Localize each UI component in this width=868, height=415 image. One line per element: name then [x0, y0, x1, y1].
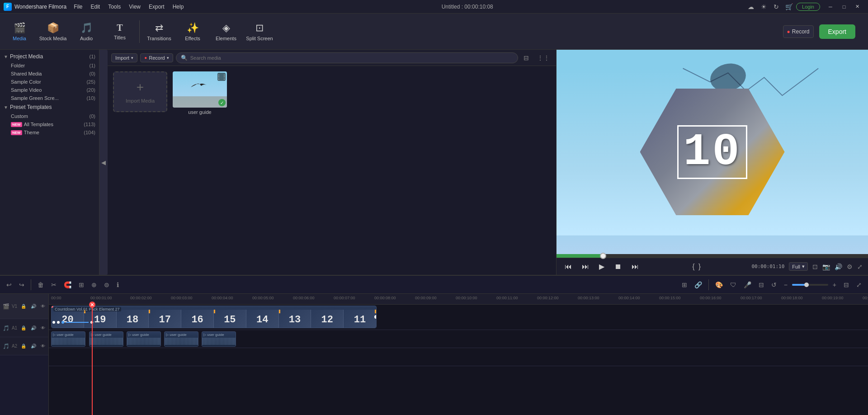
stop-button[interactable]: ⏹ — [612, 262, 624, 272]
tool-audio[interactable]: 🎵 Audio — [71, 16, 102, 47]
mosaic-button[interactable]: ⊚ — [101, 280, 112, 290]
add-track-button[interactable]: ⊞ — [679, 280, 690, 290]
link-button[interactable]: 🔗 — [692, 280, 705, 290]
tree-item-sample-color[interactable]: Sample Color (25) — [0, 78, 99, 86]
ruler-mark-11: 00:00:11:00 — [496, 296, 518, 300]
tree-item-all-templates[interactable]: NEW All Templates (113) — [0, 120, 99, 128]
tool-transitions[interactable]: ⇄ Transitions — [143, 16, 175, 47]
track-a1-lock[interactable]: 🔒 — [19, 325, 28, 331]
play-button[interactable]: ▶ — [596, 261, 607, 272]
countdown-clip[interactable]: Countdown Vol.01 Pack Element 27 20 — [51, 306, 377, 328]
preview-expand-icon[interactable]: ⤢ — [857, 263, 863, 270]
bracket-right-icon[interactable]: } — [698, 263, 701, 271]
preview-settings-icon[interactable]: ⚙ — [847, 263, 853, 270]
main-toolbar: 🎬 Media 📦 Stock Media 🎵 Audio T Titles ⇄… — [0, 14, 868, 50]
menu-edit[interactable]: Edit — [87, 3, 104, 11]
delete-button[interactable]: 🗑 — [35, 280, 47, 290]
tool-titles[interactable]: T Titles — [104, 16, 136, 47]
stamp-button[interactable]: ⊕ — [89, 280, 99, 290]
redo-button[interactable]: ↪ — [16, 280, 27, 290]
skip-forward-button[interactable]: ⏭ — [629, 262, 642, 272]
menu-help[interactable]: Help — [169, 3, 188, 11]
shield-button[interactable]: 🛡 — [727, 280, 739, 290]
bracket-left-icon[interactable]: { — [692, 263, 694, 271]
close-button[interactable]: ✕ — [851, 2, 864, 11]
track-v1-lock[interactable]: 🔒 — [19, 303, 28, 309]
guide-clip-4-wave — [165, 338, 198, 345]
tool-split-screen[interactable]: ⊡ Split Screen — [244, 16, 275, 47]
track-v1-eye[interactable]: 👁 — [39, 303, 47, 309]
sun-icon[interactable]: ☀ — [760, 3, 767, 10]
media-card-user-guide[interactable]: ⋮⋮ — [173, 71, 227, 115]
export-button[interactable]: Export — [819, 24, 855, 39]
guide-clip-3[interactable]: ▷ user guide — [127, 331, 161, 347]
color-grading-button[interactable]: 🎨 — [712, 280, 726, 290]
tool-effects[interactable]: ✨ Effects — [177, 16, 208, 47]
track-v1-mute[interactable]: 🔊 — [29, 303, 38, 309]
guide-clip-5[interactable]: ▷ user guide — [202, 331, 236, 347]
tree-header-project-media[interactable]: ▼ Project Media (1) — [0, 52, 99, 61]
refresh-icon[interactable]: ↻ — [773, 3, 780, 10]
magnet-button[interactable]: 🧲 — [61, 280, 74, 290]
tree-item-shared-media[interactable]: Shared Media (0) — [0, 70, 99, 78]
zoom-slider[interactable] — [792, 284, 828, 286]
cart-icon[interactable]: 🛒 — [785, 3, 793, 10]
playhead[interactable] — [92, 305, 93, 415]
fit-button[interactable]: ⊟ — [841, 280, 852, 290]
track-a1-eye[interactable]: 👁 — [39, 325, 47, 331]
filter-icon[interactable]: ⊟ — [521, 53, 532, 62]
menu-tools[interactable]: Tools — [104, 3, 124, 11]
record-toolbar-button[interactable]: ● Record — [783, 25, 814, 38]
skip-back-button[interactable]: ⏮ — [562, 262, 575, 272]
info-button[interactable]: ℹ — [114, 280, 122, 290]
adjust-button[interactable]: ⊞ — [76, 280, 87, 290]
cloud-icon[interactable]: ☁ — [747, 3, 755, 10]
undo-button[interactable]: ↩ — [4, 280, 14, 290]
record-button[interactable]: ● Record ▾ — [140, 53, 173, 62]
preview-speaker-icon[interactable]: 🔊 — [835, 263, 842, 270]
panel-collapse-button[interactable]: ◀ — [99, 50, 108, 275]
import-button[interactable]: Import ▾ — [111, 53, 137, 62]
menu-export[interactable]: Export — [145, 3, 168, 11]
maximize-button[interactable]: □ — [837, 2, 851, 11]
tree-item-sample-video[interactable]: Sample Video (20) — [0, 86, 99, 94]
zoom-in-icon[interactable]: + — [830, 280, 839, 290]
tree-item-custom[interactable]: Custom (0) — [0, 112, 99, 120]
preview-quality-selector[interactable]: Full ▾ — [789, 262, 808, 271]
login-button[interactable]: Login — [796, 3, 820, 11]
search-input[interactable] — [190, 55, 513, 61]
step-back-button[interactable]: ⏭ — [579, 262, 592, 272]
guide-clip-4[interactable]: ▷ user guide — [164, 331, 198, 347]
tree-item-theme[interactable]: NEW Theme (104) — [0, 128, 99, 137]
import-media-placeholder[interactable]: + Import Media — [113, 71, 167, 112]
track-a2-mute[interactable]: 🔊 — [29, 343, 38, 349]
tree-header-preset-templates[interactable]: ▼ Preset Templates — [0, 102, 99, 112]
tree-item-folder[interactable]: Folder (1) — [0, 61, 99, 70]
track-a2-eye[interactable]: 👁 — [39, 343, 47, 349]
cut-button[interactable]: ✂ — [48, 280, 59, 290]
track-label-a1: 🎵 A1 🔒 🔊 👁 — [0, 319, 48, 337]
window-controls: ─ □ ✕ — [824, 2, 864, 11]
tool-elements[interactable]: ◈ Elements — [210, 16, 242, 47]
tool-media[interactable]: 🎬 Media — [4, 16, 35, 47]
count-18: 18 — [127, 314, 138, 325]
guide-clip-2[interactable]: ▷ user guide — [89, 331, 123, 347]
track-a2-lock[interactable]: 🔒 — [19, 343, 28, 349]
plus-icon: + — [137, 80, 144, 94]
track-a1-mute[interactable]: 🔊 — [29, 325, 38, 331]
rotate-button[interactable]: ↺ — [769, 280, 779, 290]
preview-frame-icon[interactable]: ⊡ — [812, 263, 818, 270]
timeline-expand-button[interactable]: ⤢ — [854, 280, 864, 290]
guide-clip-1[interactable]: ▷ user guide — [51, 331, 85, 347]
preview-scrubber[interactable] — [557, 254, 868, 258]
mic-button[interactable]: 🎤 — [741, 280, 754, 290]
zoom-out-icon[interactable]: − — [781, 280, 790, 290]
tree-item-sample-green[interactable]: Sample Green Scre... (10) — [0, 94, 99, 102]
minimize-button[interactable]: ─ — [824, 2, 837, 11]
tool-stock-media[interactable]: 📦 Stock Media — [37, 16, 69, 47]
grid-icon[interactable]: ⋮⋮ — [534, 53, 552, 62]
split-button[interactable]: ⊟ — [756, 280, 767, 290]
preview-screenshot-icon[interactable]: 📷 — [822, 263, 830, 270]
menu-view[interactable]: View — [125, 3, 144, 11]
menu-file[interactable]: File — [70, 3, 86, 11]
